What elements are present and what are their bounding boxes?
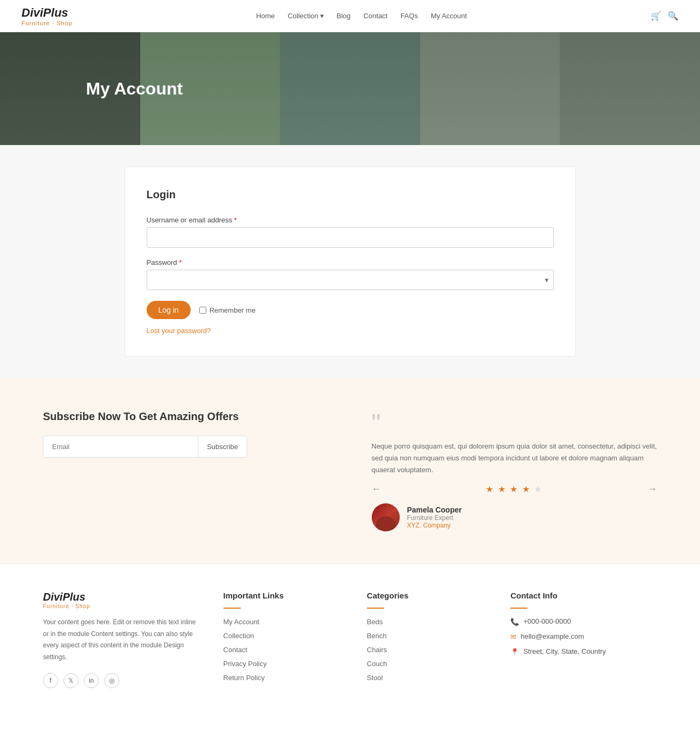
lost-password-link[interactable]: Lost your password? [147, 327, 554, 335]
subscribe-button[interactable]: Subscribe [198, 436, 247, 457]
testimonial-next-button[interactable]: → [647, 483, 657, 495]
instagram-icon[interactable]: ◎ [104, 673, 119, 688]
header-icons: 🛒 🔍 [651, 11, 679, 21]
list-item: Collection [223, 631, 345, 640]
footer-about-text: Your content goes here. Edit or remove t… [43, 617, 202, 663]
nav-faqs[interactable]: FAQs [400, 12, 418, 20]
list-item: Privacy Policy [223, 659, 345, 668]
testimonial: " Neque porro quisquam est, qui dolorem … [372, 410, 658, 531]
footer: DiviPlus Furniture · Shop Your content g… [0, 564, 700, 725]
page-title: My Account [43, 79, 183, 99]
remember-me-label[interactable]: Remember me [199, 306, 256, 314]
footer-link-contact[interactable]: Contact [223, 646, 248, 654]
list-item: Contact [223, 645, 345, 654]
form-actions: Log in Remember me [147, 301, 554, 319]
footer-categories-list: Beds Bench Chairs Couch Stool [367, 617, 489, 682]
main-nav: Home Collection ▾ Blog Contact FAQs My A… [256, 12, 467, 20]
testimonial-text: Neque porro quisquam est, qui dolorem ip… [372, 441, 658, 476]
linkedin-icon[interactable]: in [84, 673, 99, 688]
footer-logo-tagline: Furniture · Shop [43, 603, 202, 609]
footer-links-col: Important Links My Account Collection Co… [223, 591, 345, 688]
footer-link-privacy[interactable]: Privacy Policy [223, 660, 267, 668]
list-item: Beds [367, 617, 489, 626]
footer-cat-stool[interactable]: Stool [367, 674, 383, 682]
subscribe-form: Subscribe [43, 436, 247, 458]
password-wrapper: ▾ [147, 270, 554, 290]
list-item: Stool [367, 673, 489, 682]
footer-logo-name: DiviPlus [43, 591, 85, 603]
location-icon: 📍 [510, 648, 519, 656]
quote-icon: " [372, 410, 658, 436]
reviewer-info: Pamela Cooper Furniture Expert XYZ. Comp… [407, 506, 462, 529]
footer-cat-couch[interactable]: Couch [367, 660, 387, 668]
password-label: Password * [147, 258, 554, 266]
cart-icon[interactable]: 🛒 [651, 11, 661, 21]
footer-links-underline [223, 608, 241, 609]
contact-address: 📍 Street, City, State, Country [510, 647, 657, 656]
logo-name: DiviPlus [21, 6, 68, 19]
star-5: ★ [534, 485, 543, 494]
email-icon: ✉ [510, 633, 516, 641]
footer-cat-chairs[interactable]: Chairs [367, 646, 387, 654]
contact-address-text: Street, City, State, Country [523, 647, 606, 655]
footer-links-list: My Account Collection Contact Privacy Po… [223, 617, 345, 682]
subscribe-left: Subscribe Now To Get Amazing Offers Subs… [43, 410, 329, 531]
reviewer-title: Furniture Expert [407, 514, 462, 522]
nav-blog[interactable]: Blog [337, 12, 351, 20]
footer-categories-col: Categories Beds Bench Chairs Couch Stool [367, 591, 489, 688]
logo-tagline: Furniture · Shop [21, 20, 73, 26]
list-item: Chairs [367, 645, 489, 654]
password-required: * [179, 258, 182, 266]
footer-link-return[interactable]: Return Policy [223, 674, 265, 682]
nav-collection[interactable]: Collection ▾ [287, 12, 323, 20]
list-item: Bench [367, 631, 489, 640]
footer-logo[interactable]: DiviPlus Furniture · Shop [43, 591, 202, 609]
star-rating: ★ ★ ★ ★ ★ [486, 484, 543, 494]
star-1: ★ [486, 485, 494, 494]
testimonial-prev-button[interactable]: ← [372, 483, 381, 495]
search-icon[interactable]: 🔍 [668, 11, 679, 21]
footer-link-collection[interactable]: Collection [223, 632, 254, 640]
login-card: Login Username or email address * Passwo… [125, 167, 576, 357]
password-input[interactable] [147, 270, 554, 290]
footer-cat-beds[interactable]: Beds [367, 618, 383, 626]
nav-my-account[interactable]: My Account [431, 12, 467, 20]
star-4: ★ [522, 485, 531, 494]
footer-social: f 𝕏 in ◎ [43, 673, 202, 688]
username-required: * [234, 216, 237, 224]
star-2: ★ [498, 485, 507, 494]
login-button[interactable]: Log in [147, 301, 191, 319]
username-group: Username or email address * [147, 216, 554, 248]
remember-me-checkbox[interactable] [199, 307, 206, 314]
footer-cat-bench[interactable]: Bench [367, 632, 387, 640]
footer-grid: DiviPlus Furniture · Shop Your content g… [43, 591, 657, 688]
username-label: Username or email address * [147, 216, 554, 224]
list-item: Return Policy [223, 673, 345, 682]
avatar [372, 503, 400, 531]
main-content: Login Username or email address * Passwo… [0, 145, 700, 378]
contact-email: ✉ hello@example.com [510, 632, 657, 641]
phone-icon: 📞 [510, 618, 519, 626]
footer-contact-underline [510, 608, 528, 609]
twitter-icon[interactable]: 𝕏 [63, 673, 78, 688]
logo[interactable]: DiviPlus Furniture · Shop [21, 6, 73, 26]
footer-about-col: DiviPlus Furniture · Shop Your content g… [43, 591, 202, 688]
footer-links-title: Important Links [223, 591, 345, 600]
facebook-icon[interactable]: f [43, 673, 58, 688]
chevron-down-icon: ▾ [320, 12, 324, 20]
contact-phone-text: +000-000-0000 [523, 617, 571, 625]
footer-categories-title: Categories [367, 591, 489, 600]
subscribe-email-input[interactable] [44, 436, 198, 457]
password-toggle-button[interactable]: ▾ [545, 276, 549, 284]
footer-categories-underline [367, 608, 384, 609]
login-title: Login [147, 189, 554, 201]
list-item: My Account [223, 617, 345, 626]
footer-link-my-account[interactable]: My Account [223, 618, 259, 626]
footer-contact-title: Contact Info [510, 591, 657, 600]
star-3: ★ [510, 485, 518, 494]
nav-contact[interactable]: Contact [364, 12, 388, 20]
subscribe-section: Subscribe Now To Get Amazing Offers Subs… [0, 378, 700, 564]
reviewer: Pamela Cooper Furniture Expert XYZ. Comp… [372, 503, 658, 531]
nav-home[interactable]: Home [256, 12, 275, 20]
username-input[interactable] [147, 227, 554, 248]
